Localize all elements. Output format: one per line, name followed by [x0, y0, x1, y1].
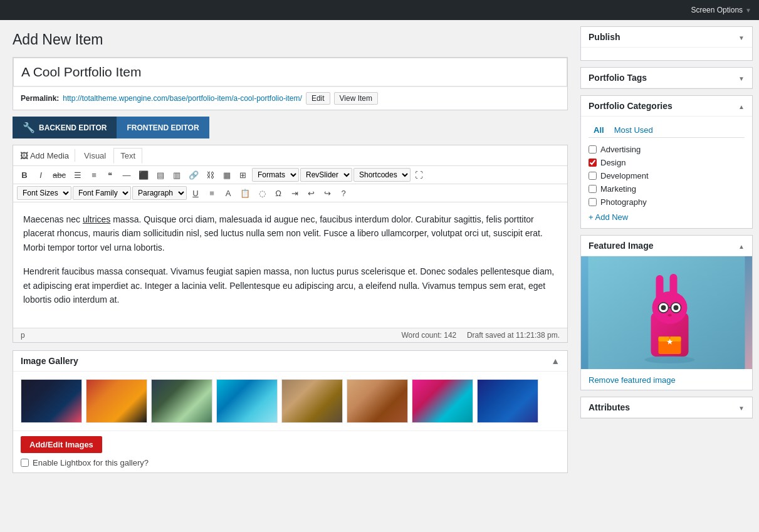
featured-image-svg: [581, 256, 752, 369]
publish-box: Publish: [580, 26, 753, 61]
lightbox-text: Enable Lightbox for this gallery?: [33, 458, 149, 467]
svg-point-10: [668, 314, 672, 316]
publish-box-content: [581, 48, 752, 60]
editor-content[interactable]: Maecenas nec ultrices massa. Quisque orc…: [13, 202, 567, 328]
backend-editor-button[interactable]: 🔧 BACKEND EDITOR: [13, 117, 117, 138]
portfolio-tags-header[interactable]: Portfolio Tags: [581, 68, 752, 88]
image-gallery-box: Image Gallery ▲ Add/Edit Images Enable L: [13, 350, 568, 473]
formats-select[interactable]: Formats: [252, 168, 299, 182]
unordered-list-button[interactable]: ☰: [70, 169, 85, 182]
ordered-list-button[interactable]: ≡: [86, 169, 102, 182]
portfolio-categories-content: All Most Used Advertising Design Develop…: [581, 117, 752, 228]
cat-label-development: Development: [600, 171, 649, 180]
permalink-edit-button[interactable]: Edit: [306, 92, 330, 105]
underline-button[interactable]: U: [188, 187, 203, 200]
editor-statusbar: p Word count: 142 Draft saved at 11:21:3…: [13, 328, 567, 342]
publish-title: Publish: [589, 32, 620, 42]
featured-image-header[interactable]: Featured Image: [581, 236, 752, 256]
backend-editor-label: BACKEND EDITOR: [39, 123, 107, 132]
featured-image-title: Featured Image: [589, 241, 653, 251]
link-button[interactable]: 🔗: [186, 169, 202, 182]
shortcodes-select[interactable]: Shortcodes: [353, 168, 411, 182]
visual-tab[interactable]: Visual: [78, 148, 112, 163]
italic-button[interactable]: I: [33, 169, 48, 182]
editor-toolbar-row1: 🖼 Add Media Visual Text: [13, 145, 567, 166]
unlink-button[interactable]: ⛓: [203, 169, 218, 182]
special-chars-button[interactable]: Ω: [271, 187, 286, 200]
add-media-button[interactable]: 🖼 Add Media: [17, 149, 72, 162]
paragraph-select[interactable]: Paragraph: [132, 186, 187, 200]
title-wrapper: Permalink: http://totaltheme.wpengine.co…: [13, 57, 568, 110]
word-count-label: Word count:: [401, 331, 441, 340]
bold-button[interactable]: B: [17, 169, 32, 182]
attributes-header[interactable]: Attributes: [581, 397, 752, 418]
cat-checkbox-development[interactable]: [589, 172, 597, 180]
editor-toolbar-row3: Font Sizes Font Family Paragraph U ≡ A 📋…: [13, 184, 567, 202]
cat-checkbox-marketing[interactable]: [589, 185, 597, 193]
list-item: Development: [589, 169, 745, 182]
gallery-toggle-button[interactable]: ▲: [551, 356, 560, 366]
add-edit-images-button[interactable]: Add/Edit Images: [21, 436, 102, 453]
justify-button[interactable]: ≡: [204, 187, 219, 200]
text-tab[interactable]: Text: [113, 148, 142, 164]
cat-checkbox-design[interactable]: [589, 159, 597, 167]
lightbox-checkbox[interactable]: [21, 459, 29, 467]
page-title: Add New Item: [13, 31, 568, 48]
gallery-footer: Add/Edit Images: [13, 430, 567, 458]
gallery-thumb: [412, 379, 473, 423]
blockquote-button[interactable]: ❝: [103, 169, 118, 182]
featured-image-container[interactable]: [581, 256, 752, 369]
hr-button[interactable]: —: [119, 169, 134, 182]
table-button[interactable]: ▦: [219, 169, 234, 182]
draft-saved-label: Draft saved at 11:21:38 pm.: [467, 331, 560, 340]
category-list: Advertising Design Development Marketing: [589, 143, 745, 209]
screen-options-button[interactable]: Screen Options: [691, 6, 751, 14]
view-item-button[interactable]: View Item: [334, 92, 378, 105]
undo-button[interactable]: ↩: [303, 187, 318, 200]
remove-featured-image-link[interactable]: Remove featured image: [581, 374, 752, 390]
cat-checkbox-photography[interactable]: [589, 198, 597, 206]
align-center-button[interactable]: ▤: [153, 169, 168, 182]
featured-image-content: Remove featured image: [581, 256, 752, 390]
add-media-label: Add Media: [30, 151, 69, 160]
portfolio-categories-box: Portfolio Categories All Most Used Adver…: [580, 95, 753, 229]
fullscreen-button[interactable]: ⛶: [412, 169, 427, 182]
help-button[interactable]: ?: [336, 187, 351, 200]
toolbar-grid-button[interactable]: ⊞: [236, 169, 251, 182]
add-new-category-link[interactable]: + Add New: [589, 212, 745, 222]
paste-text-button[interactable]: 📋: [237, 187, 253, 200]
cat-tab-all[interactable]: All: [589, 123, 609, 137]
publish-chevron-down-icon: [738, 33, 745, 42]
gallery-thumb: [151, 379, 212, 423]
gallery-thumb: [477, 379, 538, 423]
cat-tab-most-used[interactable]: Most Used: [609, 123, 658, 137]
font-sizes-select[interactable]: Font Sizes: [17, 186, 71, 200]
clear-formatting-button[interactable]: ◌: [254, 187, 270, 200]
text-color-button[interactable]: A: [221, 187, 236, 200]
portfolio-categories-header[interactable]: Portfolio Categories: [581, 96, 752, 117]
toolbar-divider: [75, 149, 75, 162]
word-count-value: 142: [444, 331, 456, 340]
font-family-select[interactable]: Font Family: [73, 186, 131, 200]
cat-label-advertising: Advertising: [600, 145, 641, 154]
gallery-thumb: [347, 379, 408, 423]
revslider-select[interactable]: RevSlider: [300, 168, 352, 182]
cat-checkbox-advertising[interactable]: [589, 145, 597, 154]
frontend-editor-button[interactable]: FRONTEND EDITOR: [117, 117, 209, 138]
page-layout: Add New Item Permalink: http://totalthem…: [0, 20, 759, 532]
portfolio-tags-chevron-down-icon: [738, 73, 745, 83]
featured-image-chevron-up-icon: [738, 241, 745, 251]
redo-button[interactable]: ↪: [320, 187, 335, 200]
post-title-input[interactable]: [13, 58, 567, 86]
permalink-url[interactable]: http://totaltheme.wpengine.com/base/port…: [63, 94, 302, 103]
strikethrough-button[interactable]: abc: [50, 169, 69, 182]
main-content: Add New Item Permalink: http://totalthem…: [0, 20, 580, 532]
align-left-button[interactable]: ⬛: [135, 169, 152, 182]
list-item: Marketing: [589, 182, 745, 196]
indent-button[interactable]: ⇥: [287, 187, 302, 200]
attributes-box: Attributes: [580, 397, 753, 419]
publish-box-header[interactable]: Publish: [581, 27, 752, 48]
align-right-button[interactable]: ▥: [169, 169, 184, 182]
screen-options-label: Screen Options: [691, 6, 743, 14]
permalink-bar: Permalink: http://totaltheme.wpengine.co…: [13, 86, 567, 110]
